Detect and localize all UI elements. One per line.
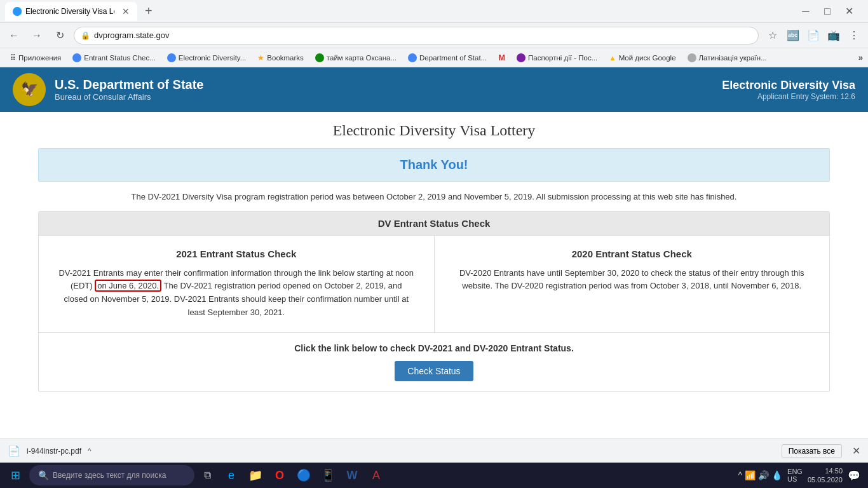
- pasportni-favicon: [517, 53, 526, 62]
- browser-titlebar: 🌐 Electronic Diversity Visa Lottery ✕ + …: [0, 0, 868, 23]
- taymkarta-favicon: [315, 53, 324, 62]
- taskbar: ⊞ 🔍 Введите здесь текст для поиска ⧉ e 📁…: [0, 463, 868, 488]
- toolbar-icons: ☆ 🔤 📄 📺 ⋮: [764, 27, 863, 44]
- check-link-text: Click the link below to check DV-2021 an…: [49, 343, 819, 353]
- status-col-2021: 2021 Entrant Status Check DV-2021 Entran…: [39, 236, 434, 332]
- bureau-name: Bureau of Consular Affairs: [55, 92, 203, 102]
- star-button[interactable]: ☆: [764, 27, 782, 44]
- system-sub: Applicant Entry System: 12.6: [722, 92, 855, 101]
- taskbar-search-placeholder: Введите здесь текст для поиска: [53, 471, 166, 480]
- col2-title: 2020 Entrant Status Check: [454, 248, 811, 259]
- new-tab-button[interactable]: +: [140, 1, 158, 21]
- org-name: U.S. Department of State: [55, 78, 203, 92]
- menu-button[interactable]: ⋮: [845, 27, 863, 44]
- site-header-right: Electronic Diversity Visa Applicant Entr…: [722, 79, 855, 101]
- taskbar-right: ^ 📶 🔊 💧 ENGUS 14:50 05.05.2020 💬: [738, 466, 865, 485]
- edge-logo-icon: e: [228, 469, 234, 482]
- pdf-icon: 📄: [8, 445, 20, 457]
- status-check-header: DV Entrant Status Check: [39, 212, 829, 236]
- col2-text: DV-2020 Entrants have until September 30…: [454, 267, 811, 294]
- address-bar[interactable]: 🔒 dvprogram.state.gov: [74, 27, 759, 44]
- address-text: dvprogram.state.gov: [94, 30, 170, 40]
- forward-button[interactable]: →: [28, 27, 46, 44]
- bookmarks-bar: ⠿ Приложения Entrant Status Chec... Elec…: [0, 48, 868, 67]
- tab-favicon: 🌐: [13, 7, 22, 16]
- lock-icon: 🔒: [81, 31, 90, 40]
- taskbar-edge-icon[interactable]: e: [220, 463, 243, 488]
- chrome-logo-icon: 🔵: [297, 468, 311, 482]
- notification-icon[interactable]: 💬: [848, 470, 860, 482]
- site-header-left: 🦅 U.S. Department of State Bureau of Con…: [13, 73, 203, 106]
- site-header: 🦅 U.S. Department of State Bureau of Con…: [0, 67, 868, 112]
- page-title: Electronic Diversity Visa Lottery: [38, 122, 830, 139]
- start-button[interactable]: ⊞: [3, 463, 28, 488]
- page-content: Electronic Diversity Visa Lottery Thank …: [0, 112, 868, 402]
- col1-text: DV-2021 Entrants may enter their confirm…: [58, 267, 415, 320]
- system-name: Electronic Diversity Visa: [722, 79, 855, 92]
- download-filename: i-944instr-pc.pdf: [27, 447, 81, 456]
- site-header-title: U.S. Department of State Bureau of Consu…: [55, 78, 203, 102]
- electronic-favicon: [167, 53, 176, 62]
- clock-date: 05.05.2020: [808, 475, 843, 484]
- acrobat-button[interactable]: 📄: [804, 27, 822, 44]
- thank-you-box: Thank You!: [38, 148, 830, 182]
- opera-logo-icon: O: [275, 469, 284, 482]
- word-logo-icon: W: [347, 469, 358, 482]
- department-favicon: [408, 53, 417, 62]
- taskbar-viber-icon[interactable]: 📱: [316, 463, 339, 488]
- entrant-favicon: [72, 53, 81, 62]
- bookmarks-more[interactable]: »: [858, 53, 863, 62]
- star-folder-icon: ★: [257, 53, 264, 62]
- tray-volume-icon: 🔊: [758, 470, 769, 480]
- bookmark-taym-karta[interactable]: тайм карта Оксана...: [310, 52, 402, 64]
- windows-logo-icon: ⊞: [11, 468, 20, 482]
- acrobat-logo-icon: A: [372, 469, 380, 482]
- taskbar-task-view[interactable]: ⧉: [196, 463, 219, 488]
- viber-logo-icon: 📱: [321, 468, 335, 482]
- bookmark-bookmarks[interactable]: ★ Bookmarks: [252, 52, 309, 64]
- search-icon: 🔍: [38, 470, 49, 480]
- maximize-button[interactable]: □: [818, 3, 836, 20]
- highlighted-date: on June 6, 2020.: [95, 280, 161, 292]
- tray-arrow-icon[interactable]: ^: [738, 470, 743, 480]
- bookmark-pasportni[interactable]: Паспортні дії - Пос...: [512, 52, 602, 64]
- gmail-icon: M: [498, 53, 505, 62]
- taskbar-clock: 14:50 05.05.2020: [808, 466, 843, 485]
- tray-dropbox-icon: 💧: [771, 470, 782, 480]
- download-expand-button[interactable]: ^: [88, 447, 92, 456]
- bookmark-department[interactable]: Department of Stat...: [403, 52, 492, 64]
- bookmark-google-drive[interactable]: ▲ Мой диск Google: [604, 53, 681, 63]
- check-status-button[interactable]: Check Status: [395, 361, 473, 381]
- status-check-container: DV Entrant Status Check 2021 Entrant Sta…: [38, 211, 830, 392]
- bookmark-latin[interactable]: Латинізація україн...: [682, 52, 772, 64]
- state-department-seal: 🦅: [13, 73, 46, 106]
- show-all-button[interactable]: Показать все: [782, 444, 842, 458]
- taskbar-search-box[interactable]: 🔍 Введите здесь текст для поиска: [29, 465, 194, 485]
- taskbar-opera-icon[interactable]: O: [268, 463, 291, 488]
- check-link-section: Click the link below to check DV-2021 an…: [39, 332, 829, 391]
- bookmark-electronic-diversity[interactable]: Electronic Diversity...: [162, 52, 252, 64]
- bookmark-apps[interactable]: ⠿ Приложения: [5, 52, 66, 64]
- taskbar-acrobat-icon[interactable]: A: [365, 463, 388, 488]
- active-tab[interactable]: 🌐 Electronic Diversity Visa Lottery ✕: [5, 2, 137, 21]
- tab-close-button[interactable]: ✕: [122, 6, 130, 17]
- translate-button[interactable]: 🔤: [784, 27, 802, 44]
- bookmark-gmail[interactable]: M: [493, 51, 510, 64]
- bookmark-entrant-status[interactable]: Entrant Status Chec...: [67, 52, 161, 64]
- taskbar-chrome-icon[interactable]: 🔵: [292, 463, 315, 488]
- minimize-button[interactable]: ─: [797, 3, 815, 20]
- info-text: The DV-2021 Diversity Visa program regis…: [38, 191, 830, 203]
- back-button[interactable]: ←: [5, 27, 23, 44]
- clock-time: 14:50: [808, 466, 843, 475]
- taskbar-word-icon[interactable]: W: [341, 463, 363, 488]
- reload-button[interactable]: ↻: [51, 27, 69, 44]
- close-button[interactable]: ✕: [840, 3, 858, 20]
- download-bar: 📄 i-944instr-pc.pdf ^ Показать все ✕: [0, 438, 868, 463]
- download-close-button[interactable]: ✕: [852, 445, 860, 457]
- cast-button[interactable]: 📺: [825, 27, 843, 44]
- tab-title: Electronic Diversity Visa Lottery: [25, 7, 114, 16]
- language-indicator: ENGUS: [787, 468, 803, 483]
- taskbar-explorer-icon[interactable]: 📁: [244, 463, 267, 488]
- thank-you-text: Thank You!: [400, 158, 468, 172]
- tray-network-icon: 📶: [745, 470, 756, 480]
